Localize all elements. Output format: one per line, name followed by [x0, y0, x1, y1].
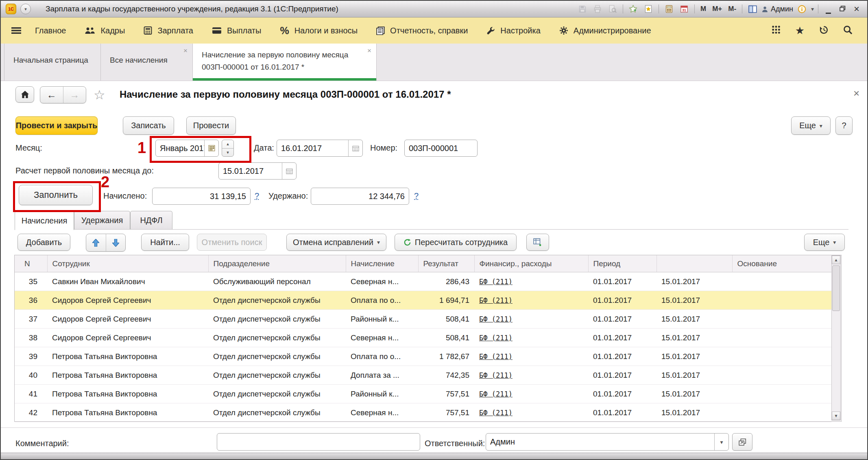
forward-button[interactable]: →	[63, 87, 86, 103]
cell-n[interactable]: 35	[15, 272, 47, 291]
scroll-up-button[interactable]: ▲	[832, 256, 840, 264]
calendar-icon[interactable]	[348, 140, 362, 156]
column-header-period[interactable]: Период	[588, 255, 656, 272]
cell-period-to[interactable]: 15.01.2017	[656, 385, 732, 403]
cell-n[interactable]: 42	[15, 403, 47, 422]
month-spinner[interactable]: ▴ ▾	[222, 140, 234, 157]
table-row[interactable]: 39Петрова Татьяна ВикторовнаОтдел диспет…	[15, 347, 831, 366]
cell-accrual[interactable]: Районный к...	[346, 385, 418, 403]
calendar-icon[interactable]: 31	[678, 4, 690, 14]
more-button-top[interactable]: Еще▾	[791, 116, 831, 135]
cell-department[interactable]: Отдел диспетчерской службы	[208, 291, 346, 310]
cell-period-to[interactable]: 15.01.2017	[656, 329, 732, 347]
cell-employee[interactable]: Петрова Татьяна Викторовна	[47, 403, 208, 422]
cell-period-from[interactable]: 01.01.2017	[588, 385, 656, 403]
finance-link[interactable]: БФ (211)	[479, 390, 513, 398]
month-picker-icon[interactable]	[204, 140, 218, 156]
cell-result[interactable]: 1 694,71	[418, 291, 474, 310]
number-field[interactable]: 003П-000001	[404, 140, 478, 157]
cell-period-to[interactable]: 15.01.2017	[656, 366, 732, 385]
cell-n[interactable]: 39	[15, 347, 47, 366]
cell-n[interactable]: 36	[15, 291, 47, 310]
cell-accrual[interactable]: Северная н...	[346, 329, 418, 347]
menu-item-taxes[interactable]: %Налоги и взносы	[280, 25, 358, 37]
accrued-field[interactable]: 31 139,15	[152, 188, 251, 205]
cell-accrual[interactable]: Северная н...	[346, 403, 418, 422]
cell-finance[interactable]: БФ (211)	[474, 347, 588, 366]
page-tab-ndfl[interactable]: НДФЛ	[130, 211, 172, 229]
memory-add-button[interactable]: M+	[711, 5, 724, 13]
chevron-down-icon[interactable]: ▾	[714, 434, 728, 450]
page-tab-accruals[interactable]: Начисления	[15, 211, 74, 230]
cell-finance[interactable]: БФ (211)	[474, 329, 588, 347]
cell-period-from[interactable]: 01.01.2017	[588, 403, 656, 422]
cell-finance[interactable]: БФ (211)	[474, 272, 588, 291]
finance-link[interactable]: БФ (211)	[479, 353, 513, 361]
page-tab-deductions[interactable]: Удержания	[74, 211, 130, 229]
column-header-n[interactable]: N	[15, 255, 47, 272]
cell-result[interactable]: 286,43	[418, 272, 474, 291]
cell-finance[interactable]: БФ (211)	[474, 366, 588, 385]
responsible-field[interactable]: Админ ▾	[486, 433, 729, 451]
memory-subtract-button[interactable]: M-	[726, 5, 738, 13]
post-button[interactable]: Провести	[186, 116, 236, 135]
move-down-button[interactable]	[106, 234, 126, 251]
withheld-help-link[interactable]: ?	[414, 191, 419, 201]
half-month-field[interactable]: 15.01.2017	[218, 162, 297, 180]
column-header-accrual[interactable]: Начисление	[346, 255, 418, 272]
cell-basis[interactable]	[732, 385, 831, 403]
table-row[interactable]: 36Сидоров Сергей СергеевичОтдел диспетче…	[15, 291, 831, 310]
menu-item-hr[interactable]: Кадры	[85, 26, 125, 35]
calculator-icon[interactable]	[663, 4, 675, 14]
finance-link[interactable]: БФ (211)	[479, 409, 513, 417]
cell-period-to[interactable]: 15.01.2017	[656, 272, 732, 291]
cell-department[interactable]: Отдел диспетчерской службы	[208, 403, 346, 422]
cell-employee[interactable]: Петрова Татьяна Викторовна	[47, 385, 208, 403]
restore-button[interactable]	[837, 4, 848, 13]
finance-link[interactable]: БФ (211)	[479, 334, 513, 342]
main-menu-dropdown-button[interactable]: ▾	[20, 4, 31, 14]
cell-n[interactable]: 41	[15, 385, 47, 403]
move-up-button[interactable]	[86, 234, 106, 251]
cell-basis[interactable]	[732, 366, 831, 385]
minimize-button[interactable]	[822, 4, 834, 13]
undo-fixes-button[interactable]: Отмена исправлений▾	[286, 234, 386, 251]
info-icon[interactable]: i	[796, 4, 808, 14]
scrollbar-thumb[interactable]	[832, 265, 840, 311]
history-icon[interactable]	[819, 25, 829, 36]
save-icon[interactable]	[576, 4, 589, 14]
cell-basis[interactable]	[732, 272, 831, 291]
cell-finance[interactable]: БФ (211)	[474, 385, 588, 403]
date-field[interactable]: 16.01.2017	[277, 140, 363, 157]
cell-department[interactable]: Отдел диспетчерской службы	[208, 347, 346, 366]
cell-period-to[interactable]: 15.01.2017	[656, 403, 732, 422]
menu-item-payments[interactable]: Выплаты	[212, 26, 261, 35]
cell-period-from[interactable]: 01.01.2017	[588, 310, 656, 329]
cell-period-from[interactable]: 01.01.2017	[588, 291, 656, 310]
table-row[interactable]: 35Савкин Иван МихайловичОбслуживающий пе…	[15, 272, 831, 291]
print-icon[interactable]	[591, 4, 604, 14]
comment-input[interactable]	[217, 433, 420, 451]
cell-n[interactable]: 38	[15, 329, 47, 347]
more-button-grid[interactable]: Еще▾	[804, 234, 845, 251]
cell-finance[interactable]: БФ (211)	[474, 291, 588, 310]
menu-item-settings[interactable]: Настройка	[486, 26, 540, 35]
cancel-search-button[interactable]: Отменить поиск	[197, 234, 267, 251]
close-icon[interactable]: ×	[367, 47, 371, 54]
cell-n[interactable]: 40	[15, 366, 47, 385]
write-button[interactable]: Записать	[123, 116, 174, 135]
tab-accrual-document[interactable]: Начисление за первую половину месяца 003…	[193, 44, 377, 81]
current-user[interactable]: Админ	[761, 5, 793, 13]
cell-finance[interactable]: БФ (211)	[474, 403, 588, 422]
table-row[interactable]: 37Сидоров Сергей СергеевичОтдел диспетче…	[15, 310, 831, 329]
cell-accrual[interactable]: Оплата по о...	[346, 347, 418, 366]
cell-department[interactable]: Отдел диспетчерской службы	[208, 366, 346, 385]
cell-basis[interactable]	[732, 310, 831, 329]
cell-accrual[interactable]: Доплата за ...	[346, 366, 418, 385]
cell-accrual[interactable]: Оплата по о...	[346, 291, 418, 310]
cell-period-from[interactable]: 01.01.2017	[588, 366, 656, 385]
favorite-star-button[interactable]: ☆	[94, 87, 105, 103]
cell-employee[interactable]: Сидоров Сергей Сергеевич	[47, 291, 208, 310]
close-icon[interactable]: ×	[183, 47, 188, 54]
menu-item-administration[interactable]: Администрирование	[559, 26, 651, 35]
